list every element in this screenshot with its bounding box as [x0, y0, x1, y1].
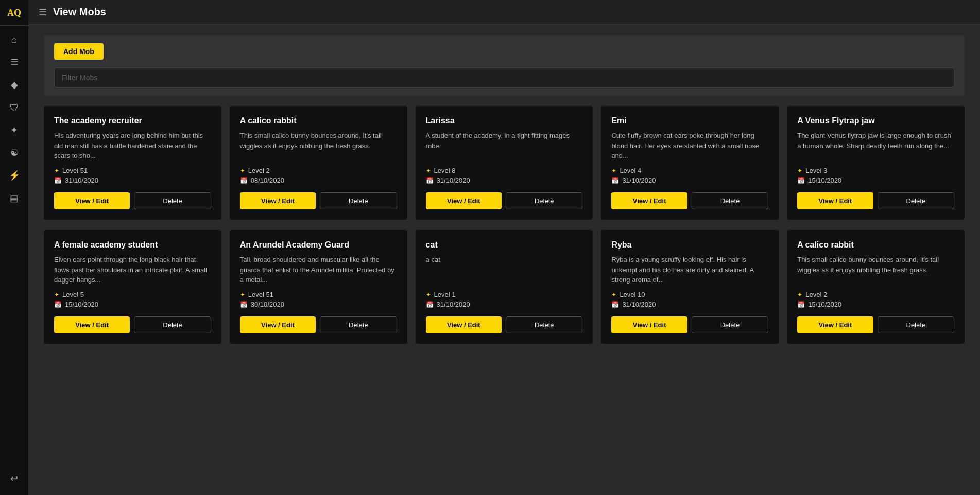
- sidebar-item-list[interactable]: ☰: [0, 51, 28, 74]
- mob-level-text: Level 3: [805, 167, 827, 174]
- calendar-icon: 📅: [611, 177, 619, 184]
- delete-button[interactable]: Delete: [506, 192, 582, 209]
- mob-card-description: Ryba is a young scruffy looking elf. His…: [611, 255, 768, 286]
- delete-button[interactable]: Delete: [134, 316, 211, 333]
- delete-button[interactable]: Delete: [878, 316, 954, 333]
- mob-date-text: 08/10/2020: [251, 176, 284, 184]
- mob-card-title: The academy recruiter: [54, 116, 211, 126]
- delete-button[interactable]: Delete: [692, 192, 768, 209]
- mob-card-meta: ✦ Level 51 📅 31/10/2020: [54, 167, 211, 184]
- delete-button[interactable]: Delete: [134, 192, 211, 209]
- mob-card-level: ✦ Level 4: [611, 167, 768, 174]
- view-edit-button[interactable]: View / Edit: [426, 192, 502, 209]
- mob-card-level: ✦ Level 51: [240, 291, 397, 298]
- mob-card-date: 📅 31/10/2020: [611, 300, 768, 308]
- page-content: Add Mob The academy recruiter His advent…: [28, 25, 980, 495]
- sidebar-item-tools[interactable]: ▤: [0, 187, 28, 209]
- mob-level-text: Level 2: [805, 291, 827, 298]
- mob-card-meta: ✦ Level 10 📅 31/10/2020: [611, 291, 768, 308]
- view-edit-button[interactable]: View / Edit: [797, 316, 873, 333]
- mob-card-date: 📅 31/10/2020: [426, 300, 583, 308]
- mob-card-title: A calico rabbit: [240, 116, 397, 126]
- mob-card-actions: View / Edit Delete: [54, 316, 211, 333]
- level-icon: ✦: [797, 167, 802, 174]
- delete-button[interactable]: Delete: [692, 316, 768, 333]
- mob-card-title: A female academy student: [54, 240, 211, 250]
- view-edit-button[interactable]: View / Edit: [240, 192, 316, 209]
- view-edit-button[interactable]: View / Edit: [54, 192, 130, 209]
- mob-date-text: 15/10/2020: [808, 300, 841, 308]
- mob-card-level: ✦ Level 2: [240, 167, 397, 174]
- level-icon: ✦: [426, 167, 431, 174]
- delete-button[interactable]: Delete: [320, 192, 397, 209]
- mobs-grid-row2: A female academy student Elven ears poin…: [44, 230, 965, 344]
- mob-card-level: ✦ Level 2: [797, 291, 954, 298]
- delete-button[interactable]: Delete: [878, 192, 954, 209]
- mob-date-text: 31/10/2020: [437, 176, 470, 184]
- mob-card-level: ✦ Level 1: [426, 291, 583, 298]
- view-edit-button[interactable]: View / Edit: [240, 316, 316, 333]
- view-edit-button[interactable]: View / Edit: [611, 316, 687, 333]
- mob-card-description: This small calico bunny bounces around, …: [240, 131, 397, 162]
- view-edit-button[interactable]: View / Edit: [54, 316, 130, 333]
- mob-card: Emi Cute fluffy brown cat ears poke thro…: [601, 106, 779, 220]
- calendar-icon: 📅: [240, 177, 248, 184]
- mob-card: Ryba Ryba is a young scruffy looking elf…: [601, 230, 779, 344]
- mob-card-description: This small calico bunny bounces around, …: [797, 255, 954, 286]
- calendar-icon: 📅: [797, 301, 805, 308]
- menu-toggle-icon[interactable]: ☰: [39, 7, 47, 18]
- mob-card-level: ✦ Level 8: [426, 167, 583, 174]
- mob-card-date: 📅 31/10/2020: [426, 176, 583, 184]
- delete-button[interactable]: Delete: [506, 316, 582, 333]
- sidebar-item-shield[interactable]: 🛡: [0, 96, 28, 119]
- mob-card-date: 📅 31/10/2020: [54, 176, 211, 184]
- sidebar-item-diamond[interactable]: ◆: [0, 74, 28, 96]
- mob-card-meta: ✦ Level 8 📅 31/10/2020: [426, 167, 583, 184]
- mob-card: cat a cat ✦ Level 1 📅 31/10/2020 View / …: [416, 230, 593, 344]
- calendar-icon: 📅: [426, 177, 434, 184]
- mob-card-meta: ✦ Level 3 📅 15/10/2020: [797, 167, 954, 184]
- mob-card: A Venus Flytrap jaw The giant Venus flyt…: [787, 106, 965, 220]
- mob-card-actions: View / Edit Delete: [426, 316, 583, 333]
- mob-date-text: 30/10/2020: [251, 300, 284, 308]
- mob-card: A female academy student Elven ears poin…: [44, 230, 221, 344]
- mob-level-text: Level 8: [434, 167, 456, 174]
- level-icon: ✦: [426, 291, 431, 298]
- mob-level-text: Level 2: [248, 167, 270, 174]
- mob-card-level: ✦ Level 5: [54, 291, 211, 298]
- mob-card-level: ✦ Level 10: [611, 291, 768, 298]
- logo-text: AQ: [7, 8, 21, 17]
- delete-button[interactable]: Delete: [320, 316, 397, 333]
- view-edit-button[interactable]: View / Edit: [797, 192, 873, 209]
- mob-card-description: His adventuring years are long behind hi…: [54, 131, 211, 162]
- level-icon: ✦: [54, 291, 59, 298]
- level-icon: ✦: [240, 291, 245, 298]
- mob-level-text: Level 51: [248, 291, 273, 298]
- mob-level-text: Level 51: [62, 167, 88, 174]
- mob-card-title: Larissa: [426, 116, 583, 126]
- calendar-icon: 📅: [54, 301, 62, 308]
- mob-card-description: A student of the academy, in a tight fit…: [426, 131, 583, 162]
- level-icon: ✦: [54, 167, 59, 174]
- calendar-icon: 📅: [611, 301, 619, 308]
- mob-card-date: 📅 15/10/2020: [797, 176, 954, 184]
- filter-input[interactable]: [54, 68, 954, 87]
- view-edit-button[interactable]: View / Edit: [611, 192, 687, 209]
- add-mob-button[interactable]: Add Mob: [54, 43, 104, 60]
- sidebar-item-logout[interactable]: ↩: [0, 467, 28, 490]
- mob-level-text: Level 4: [620, 167, 641, 174]
- sidebar-item-lightning[interactable]: ⚡: [0, 164, 28, 187]
- view-edit-button[interactable]: View / Edit: [426, 316, 502, 333]
- mob-card-date: 📅 31/10/2020: [611, 176, 768, 184]
- mob-card: An Arundel Academy Guard Tall, broad sho…: [230, 230, 407, 344]
- sidebar-item-bolt[interactable]: ✦: [0, 119, 28, 142]
- mob-card: A calico rabbit This small calico bunny …: [787, 230, 965, 344]
- sidebar-item-home[interactable]: ⌂: [0, 28, 28, 51]
- toolbar-section: Add Mob: [44, 35, 965, 68]
- mob-date-text: 15/10/2020: [65, 300, 98, 308]
- level-icon: ✦: [611, 167, 616, 174]
- mob-card-description: Cute fluffy brown cat ears poke through …: [611, 131, 768, 162]
- mob-date-text: 31/10/2020: [437, 300, 470, 308]
- sidebar-item-spiral[interactable]: ☯: [0, 142, 28, 164]
- mob-card-actions: View / Edit Delete: [797, 316, 954, 333]
